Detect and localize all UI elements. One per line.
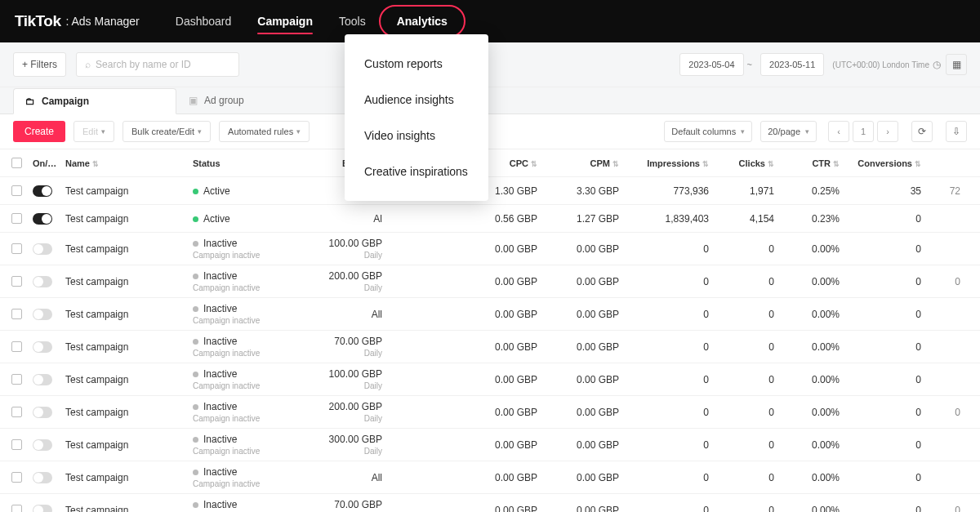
- row-checkbox[interactable]: [11, 439, 22, 450]
- row-checkbox[interactable]: [11, 243, 22, 254]
- status-text: Inactive: [203, 368, 237, 380]
- impressions-value: 1,839,403: [634, 213, 724, 225]
- page-prev[interactable]: ‹: [828, 121, 849, 142]
- col-ctr[interactable]: CTR⇅: [789, 158, 854, 168]
- col-cpm[interactable]: CPM⇅: [552, 158, 634, 168]
- calendar-icon[interactable]: ▦: [946, 54, 967, 75]
- status-toggle[interactable]: [33, 243, 52, 255]
- campaign-name[interactable]: Test campaign: [65, 243, 128, 255]
- tab-adgroup[interactable]: ▣ Ad group: [176, 87, 340, 114]
- col-clicks[interactable]: Clicks⇅: [724, 158, 789, 168]
- cpm-value: 0.00 GBP: [552, 243, 634, 255]
- nav-dashboard[interactable]: Dashboard: [163, 0, 245, 42]
- row-checkbox[interactable]: [11, 213, 22, 224]
- conversions-value: 0: [854, 213, 936, 225]
- campaign-name[interactable]: Test campaign: [65, 439, 128, 451]
- row-checkbox[interactable]: [11, 309, 22, 319]
- status-toggle[interactable]: [33, 374, 52, 385]
- dropdown-creative-inspirations[interactable]: Creative inspirations: [345, 154, 488, 189]
- cpc-value: 0.00 GBP: [470, 243, 552, 255]
- checkbox-all[interactable]: [11, 158, 22, 168]
- cpm-value: 0.00 GBP: [552, 309, 634, 320]
- clicks-value: 0: [724, 472, 789, 483]
- perpage-select[interactable]: 20/page▾: [760, 121, 817, 142]
- adgroup-icon: ▣: [189, 95, 198, 106]
- cpm-value: 0.00 GBP: [552, 472, 634, 483]
- dropdown-custom-reports[interactable]: Custom reports: [345, 46, 488, 82]
- impressions-value: 0: [634, 243, 724, 255]
- dropdown-audience-insights[interactable]: Audience insights: [345, 82, 488, 118]
- search-input[interactable]: ⌕ Search by name or ID: [76, 52, 239, 77]
- dropdown-video-insights[interactable]: Video insights: [345, 118, 488, 154]
- col-onoff[interactable]: On/…: [33, 158, 62, 168]
- row-checkbox[interactable]: [11, 472, 22, 483]
- plus-icon: +: [22, 59, 28, 70]
- status-toggle[interactable]: [33, 185, 52, 197]
- row-checkbox[interactable]: [11, 374, 22, 385]
- page-current[interactable]: 1: [853, 121, 874, 142]
- page-next[interactable]: ›: [877, 121, 898, 142]
- cpm-value: 0.00 GBP: [552, 505, 634, 513]
- row-checkbox[interactable]: [11, 276, 22, 287]
- status-subtext: Campaign inactive: [193, 283, 315, 292]
- date-from[interactable]: 2023-05-04: [679, 53, 743, 76]
- clicks-value: 0: [724, 341, 789, 353]
- status-text: Inactive: [203, 434, 237, 445]
- chevron-down-icon: ▾: [198, 127, 202, 136]
- date-to[interactable]: 2023-05-11: [760, 53, 824, 76]
- status-toggle[interactable]: [33, 309, 52, 320]
- nav-analytics[interactable]: Analytics: [379, 5, 466, 38]
- bulk-create-button[interactable]: Bulk create/Edit▾: [122, 121, 211, 142]
- cpm-value: 0.00 GBP: [552, 341, 634, 353]
- campaign-name[interactable]: Test campaign: [65, 505, 128, 513]
- campaign-name[interactable]: Test campaign: [65, 309, 128, 320]
- campaign-name[interactable]: Test campaign: [65, 407, 128, 418]
- status-toggle[interactable]: [33, 472, 52, 483]
- status-toggle[interactable]: [33, 276, 52, 287]
- campaign-name[interactable]: Test campaign: [65, 374, 128, 385]
- col-impressions[interactable]: Impressions⇅: [634, 158, 724, 168]
- filters-button[interactable]: + Filters: [13, 52, 66, 77]
- edit-button[interactable]: Edit▾: [74, 121, 114, 142]
- status-dot-icon: [193, 502, 198, 508]
- campaign-name[interactable]: Test campaign: [65, 276, 128, 287]
- pager: ‹ 1 ›: [825, 121, 898, 142]
- cpc-value: 0.00 GBP: [470, 341, 552, 353]
- campaign-name[interactable]: Test campaign: [65, 213, 128, 225]
- campaign-name[interactable]: Test campaign: [65, 472, 128, 483]
- ctr-value: 0.00%: [789, 276, 854, 287]
- status-toggle[interactable]: [33, 505, 52, 513]
- col-name[interactable]: Name⇅: [62, 158, 193, 168]
- conversions-value: 0: [854, 439, 936, 451]
- status-toggle[interactable]: [33, 213, 52, 225]
- budget-value: All: [315, 472, 382, 483]
- budget-subtext: Daily: [315, 349, 382, 358]
- row-checkbox[interactable]: [11, 505, 22, 512]
- automated-rules-button[interactable]: Automated rules▾: [219, 121, 310, 142]
- col-conversions[interactable]: Conversions⇅: [854, 158, 936, 168]
- campaign-name[interactable]: Test campaign: [65, 341, 128, 353]
- campaign-name[interactable]: Test campaign: [65, 185, 128, 197]
- export-icon[interactable]: ⇩: [946, 121, 967, 142]
- refresh-icon[interactable]: ⟳: [911, 121, 933, 142]
- create-button[interactable]: Create: [13, 121, 65, 142]
- budget-value: All: [315, 309, 382, 320]
- cpc-value: 0.56 GBP: [470, 213, 552, 225]
- status-toggle[interactable]: [33, 439, 52, 451]
- row-checkbox[interactable]: [11, 407, 22, 417]
- status-dot-icon: [193, 372, 198, 377]
- status-toggle[interactable]: [33, 407, 52, 418]
- row-checkbox[interactable]: [11, 185, 22, 196]
- impressions-value: 0: [634, 374, 724, 385]
- clicks-value: 0: [724, 374, 789, 385]
- impressions-value: 0: [634, 276, 724, 287]
- status-toggle[interactable]: [33, 341, 52, 353]
- conversions-value: 0: [854, 472, 936, 483]
- status-dot-icon: [193, 189, 198, 194]
- nav-campaign[interactable]: Campaign: [244, 0, 326, 42]
- columns-select[interactable]: Default columns▾: [664, 121, 752, 142]
- status-subtext: Campaign inactive: [193, 316, 315, 325]
- brand-logo: TikTok: [15, 12, 60, 30]
- row-checkbox[interactable]: [11, 341, 22, 352]
- tab-campaign[interactable]: 🗀 Campaign: [13, 88, 176, 114]
